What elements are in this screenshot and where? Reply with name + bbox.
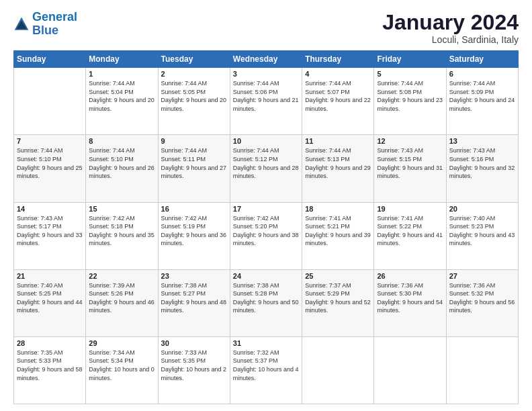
logo-text: General Blue	[32, 11, 77, 38]
day-detail: Sunrise: 7:37 AMSunset: 5:29 PMDaylight:…	[305, 282, 371, 314]
day-cell: 28 Sunrise: 7:35 AMSunset: 5:33 PMDaylig…	[14, 336, 86, 404]
day-cell: 29 Sunrise: 7:34 AMSunset: 5:34 PMDaylig…	[86, 336, 158, 404]
day-detail: Sunrise: 7:44 AMSunset: 5:07 PMDaylight:…	[305, 80, 371, 112]
week-row-2: 7 Sunrise: 7:44 AMSunset: 5:10 PMDayligh…	[14, 135, 519, 202]
day-cell: 16 Sunrise: 7:42 AMSunset: 5:19 PMDaylig…	[158, 202, 230, 269]
day-number: 3	[233, 70, 299, 78]
day-detail: Sunrise: 7:42 AMSunset: 5:19 PMDaylight:…	[161, 215, 227, 247]
day-detail: Sunrise: 7:33 AMSunset: 5:35 PMDaylight:…	[161, 349, 227, 381]
day-number: 11	[305, 137, 371, 145]
calendar-table: SundayMondayTuesdayWednesdayThursdayFrid…	[13, 50, 519, 404]
col-header-thursday: Thursday	[302, 51, 374, 68]
day-number: 28	[17, 339, 83, 347]
day-detail: Sunrise: 7:36 AMSunset: 5:32 PMDaylight:…	[449, 282, 515, 314]
day-detail: Sunrise: 7:42 AMSunset: 5:18 PMDaylight:…	[89, 215, 154, 247]
col-header-tuesday: Tuesday	[158, 51, 230, 68]
day-number: 27	[449, 272, 515, 280]
day-detail: Sunrise: 7:44 AMSunset: 5:05 PMDaylight:…	[161, 80, 227, 112]
day-cell: 18 Sunrise: 7:41 AMSunset: 5:21 PMDaylig…	[302, 202, 374, 269]
day-cell	[446, 336, 518, 404]
header-row: SundayMondayTuesdayWednesdayThursdayFrid…	[14, 51, 519, 68]
day-cell	[374, 336, 446, 404]
day-cell: 8 Sunrise: 7:44 AMSunset: 5:10 PMDayligh…	[86, 135, 158, 202]
day-number: 16	[161, 205, 227, 213]
day-number: 8	[89, 137, 154, 145]
week-row-1: 1 Sunrise: 7:44 AMSunset: 5:04 PMDayligh…	[14, 68, 519, 135]
day-number: 21	[17, 272, 83, 280]
week-row-5: 28 Sunrise: 7:35 AMSunset: 5:33 PMDaylig…	[14, 336, 519, 404]
day-detail: Sunrise: 7:43 AMSunset: 5:16 PMDaylight:…	[449, 147, 515, 179]
day-detail: Sunrise: 7:44 AMSunset: 5:06 PMDaylight:…	[233, 80, 299, 112]
day-cell: 19 Sunrise: 7:41 AMSunset: 5:22 PMDaylig…	[374, 202, 446, 269]
day-cell: 5 Sunrise: 7:44 AMSunset: 5:08 PMDayligh…	[374, 68, 446, 135]
title-block: January 2024 Loculi, Sardinia, Italy	[382, 11, 519, 45]
day-detail: Sunrise: 7:39 AMSunset: 5:26 PMDaylight:…	[89, 282, 154, 314]
day-detail: Sunrise: 7:34 AMSunset: 5:34 PMDaylight:…	[89, 349, 154, 381]
header: General Blue January 2024 Loculi, Sardin…	[13, 11, 519, 45]
day-number: 19	[377, 205, 443, 213]
day-cell: 10 Sunrise: 7:44 AMSunset: 5:12 PMDaylig…	[230, 135, 302, 202]
day-number: 26	[377, 272, 443, 280]
day-detail: Sunrise: 7:44 AMSunset: 5:04 PMDaylight:…	[89, 80, 154, 112]
day-cell: 30 Sunrise: 7:33 AMSunset: 5:35 PMDaylig…	[158, 336, 230, 404]
day-detail: Sunrise: 7:32 AMSunset: 5:37 PMDaylight:…	[233, 349, 299, 381]
day-cell: 14 Sunrise: 7:43 AMSunset: 5:17 PMDaylig…	[14, 202, 86, 269]
day-number: 30	[161, 339, 227, 347]
day-cell: 17 Sunrise: 7:42 AMSunset: 5:20 PMDaylig…	[230, 202, 302, 269]
day-detail: Sunrise: 7:44 AMSunset: 5:10 PMDaylight:…	[89, 147, 154, 179]
logo-line1: General	[32, 10, 77, 24]
day-cell	[302, 336, 374, 404]
day-cell: 25 Sunrise: 7:37 AMSunset: 5:29 PMDaylig…	[302, 269, 374, 336]
day-cell: 31 Sunrise: 7:32 AMSunset: 5:37 PMDaylig…	[230, 336, 302, 404]
col-header-saturday: Saturday	[446, 51, 518, 68]
day-number: 20	[449, 205, 515, 213]
day-detail: Sunrise: 7:40 AMSunset: 5:23 PMDaylight:…	[449, 215, 515, 247]
day-number: 22	[89, 272, 154, 280]
day-detail: Sunrise: 7:44 AMSunset: 5:11 PMDaylight:…	[161, 147, 227, 179]
day-cell: 21 Sunrise: 7:40 AMSunset: 5:25 PMDaylig…	[14, 269, 86, 336]
day-cell: 9 Sunrise: 7:44 AMSunset: 5:11 PMDayligh…	[158, 135, 230, 202]
day-cell: 7 Sunrise: 7:44 AMSunset: 5:10 PMDayligh…	[14, 135, 86, 202]
day-number: 29	[89, 339, 154, 347]
col-header-monday: Monday	[86, 51, 158, 68]
calendar-subtitle: Loculi, Sardinia, Italy	[382, 34, 519, 45]
day-cell: 3 Sunrise: 7:44 AMSunset: 5:06 PMDayligh…	[230, 68, 302, 135]
day-detail: Sunrise: 7:38 AMSunset: 5:27 PMDaylight:…	[161, 282, 227, 314]
logo: General Blue	[13, 11, 77, 38]
day-detail: Sunrise: 7:44 AMSunset: 5:09 PMDaylight:…	[449, 80, 515, 112]
day-cell: 12 Sunrise: 7:43 AMSunset: 5:15 PMDaylig…	[374, 135, 446, 202]
day-cell: 15 Sunrise: 7:42 AMSunset: 5:18 PMDaylig…	[86, 202, 158, 269]
day-cell: 2 Sunrise: 7:44 AMSunset: 5:05 PMDayligh…	[158, 68, 230, 135]
day-cell: 27 Sunrise: 7:36 AMSunset: 5:32 PMDaylig…	[446, 269, 518, 336]
day-detail: Sunrise: 7:40 AMSunset: 5:25 PMDaylight:…	[17, 282, 83, 314]
day-detail: Sunrise: 7:41 AMSunset: 5:21 PMDaylight:…	[305, 215, 371, 247]
day-number: 14	[17, 205, 83, 213]
day-number: 31	[233, 339, 299, 347]
day-cell: 20 Sunrise: 7:40 AMSunset: 5:23 PMDaylig…	[446, 202, 518, 269]
page: General Blue January 2024 Loculi, Sardin…	[0, 0, 532, 411]
day-number: 6	[449, 70, 515, 78]
day-number: 1	[89, 70, 154, 78]
logo-icon	[13, 16, 30, 32]
logo-line2: Blue	[32, 24, 58, 37]
day-cell: 11 Sunrise: 7:44 AMSunset: 5:13 PMDaylig…	[302, 135, 374, 202]
day-detail: Sunrise: 7:43 AMSunset: 5:17 PMDaylight:…	[17, 215, 83, 247]
week-row-3: 14 Sunrise: 7:43 AMSunset: 5:17 PMDaylig…	[14, 202, 519, 269]
day-detail: Sunrise: 7:44 AMSunset: 5:13 PMDaylight:…	[305, 147, 371, 179]
day-detail: Sunrise: 7:44 AMSunset: 5:08 PMDaylight:…	[377, 80, 443, 112]
col-header-sunday: Sunday	[14, 51, 86, 68]
day-number: 5	[377, 70, 443, 78]
day-number: 17	[233, 205, 299, 213]
day-cell: 26 Sunrise: 7:36 AMSunset: 5:30 PMDaylig…	[374, 269, 446, 336]
col-header-friday: Friday	[374, 51, 446, 68]
col-header-wednesday: Wednesday	[230, 51, 302, 68]
day-number: 15	[89, 205, 154, 213]
day-number: 7	[17, 137, 83, 145]
day-number: 13	[449, 137, 515, 145]
day-cell: 22 Sunrise: 7:39 AMSunset: 5:26 PMDaylig…	[86, 269, 158, 336]
day-number: 10	[233, 137, 299, 145]
day-cell	[14, 68, 86, 135]
day-detail: Sunrise: 7:44 AMSunset: 5:12 PMDaylight:…	[233, 147, 299, 179]
day-number: 25	[305, 272, 371, 280]
day-cell: 6 Sunrise: 7:44 AMSunset: 5:09 PMDayligh…	[446, 68, 518, 135]
